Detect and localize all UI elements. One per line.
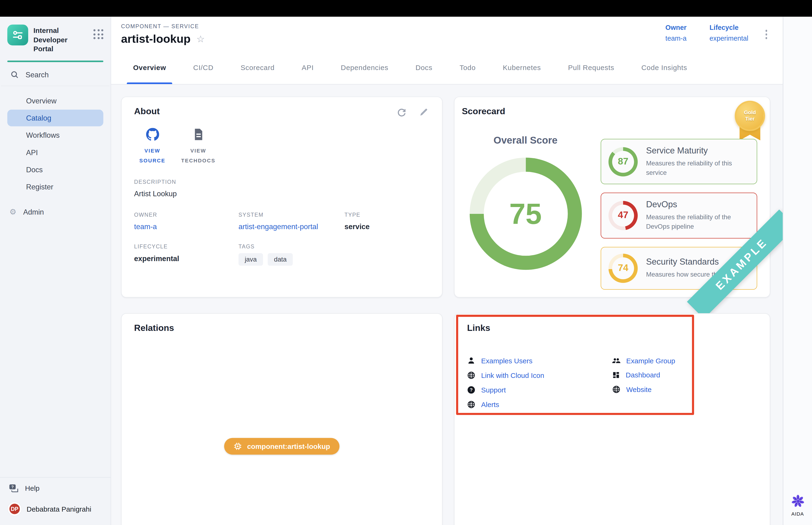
help-chat-icon: ?	[9, 484, 19, 493]
relations-node-label: component:artist-lookup	[247, 442, 330, 450]
tab-todo[interactable]: Todo	[446, 51, 489, 84]
globe-icon	[467, 401, 476, 409]
tag-chip[interactable]: data	[267, 253, 293, 266]
browser-top-bar	[0, 0, 812, 17]
group-icon	[612, 357, 621, 365]
sidebar-search[interactable]: Search	[1, 62, 109, 86]
refresh-icon[interactable]	[397, 108, 407, 118]
lifecycle-field: LIFECYCLE experimental	[134, 243, 239, 266]
relations-title: Relations	[134, 323, 174, 333]
gold-tier-badge: Gold Tier	[733, 101, 767, 140]
view-techdocs-button[interactable]: VIEW TECHDOCS	[180, 128, 216, 165]
favorite-star-icon[interactable]: ☆	[196, 34, 205, 44]
brand-title: Internal Developer Portal	[33, 25, 88, 54]
owner-value[interactable]: team-a	[665, 34, 687, 42]
sidebar-item-overview[interactable]: Overview	[7, 92, 103, 109]
owner-link[interactable]: team-a	[134, 222, 239, 231]
main-area: COMPONENT — SERVICE artist-lookup ☆ Owne…	[111, 17, 783, 525]
tab-dependencies[interactable]: Dependencies	[327, 51, 402, 84]
aida-label: AIDA	[791, 511, 804, 516]
svg-text:?: ?	[470, 387, 473, 392]
about-card: About	[121, 96, 442, 298]
link-examples-users[interactable]: Examples Users	[467, 357, 612, 365]
scorecard-card: Scorecard Gold Tier Overall Score 75	[454, 96, 770, 298]
score-gauge: 74	[609, 253, 638, 283]
overall-score: Overall Score 75	[465, 135, 586, 270]
tab-docs[interactable]: Docs	[402, 51, 446, 84]
edit-pencil-icon[interactable]	[419, 108, 429, 117]
sidebar-item-api[interactable]: API	[7, 144, 103, 161]
tab-api[interactable]: API	[288, 51, 327, 84]
content-grid: About	[111, 85, 783, 525]
about-title: About	[134, 106, 397, 117]
score-item-devops[interactable]: 47 DevOps Measures the reliability of th…	[600, 193, 757, 238]
tab-bar: Overview CI/CD Scorecard API Dependencie…	[111, 51, 783, 85]
tab-overview[interactable]: Overview	[120, 51, 180, 84]
sidebar-header: Internal Developer Portal	[0, 17, 111, 59]
link-website[interactable]: Website	[612, 385, 757, 394]
tag-chip[interactable]: java	[239, 253, 263, 266]
system-field: SYSTEM artist-engagement-portal	[239, 211, 344, 231]
kebab-menu-icon[interactable]	[763, 28, 769, 41]
owner-meta: Owner team-a	[665, 24, 687, 42]
sidebar-item-catalog[interactable]: Catalog	[7, 109, 103, 126]
overall-score-label: Overall Score	[465, 135, 586, 146]
aida-flower-icon	[791, 494, 805, 508]
score-gauge: 87	[609, 147, 638, 176]
search-icon	[10, 70, 19, 79]
sidebar-item-workflows[interactable]: Workflows	[7, 127, 103, 144]
score-gauge: 47	[609, 201, 638, 230]
tab-pull-requests[interactable]: Pull Requests	[554, 51, 628, 84]
view-source-button[interactable]: VIEW SOURCE	[134, 128, 171, 165]
tab-code-insights[interactable]: Code Insights	[628, 51, 701, 84]
sidebar-item-docs[interactable]: Docs	[7, 161, 103, 178]
sidebar-help[interactable]: ? Help	[0, 478, 111, 497]
owner-label: Owner	[665, 24, 687, 31]
tags-field: TAGS java data	[239, 243, 429, 266]
gold-tier-label: Gold Tier	[744, 109, 756, 122]
tab-scorecard[interactable]: Scorecard	[227, 51, 288, 84]
page-title: artist-lookup	[121, 32, 190, 46]
sidebar-user[interactable]: DP Debabrata Panigrahi	[0, 497, 111, 525]
system-link[interactable]: artist-engagement-portal	[239, 222, 344, 231]
sidebar: Internal Developer Portal Search Overvie…	[0, 17, 111, 525]
relations-node-chip[interactable]: component:artist-lookup	[224, 438, 339, 455]
gear-icon: ⚙	[10, 208, 16, 215]
user-icon	[467, 357, 476, 365]
page-header: COMPONENT — SERVICE artist-lookup ☆ Owne…	[111, 17, 783, 51]
description-label: DESCRIPTION	[134, 179, 429, 185]
owner-field: OWNER team-a	[134, 211, 239, 231]
link-support[interactable]: ? Support	[467, 386, 612, 394]
tab-cicd[interactable]: CI/CD	[180, 51, 227, 84]
lifecycle-value: experimental	[709, 34, 748, 42]
avatar: DP	[8, 502, 21, 516]
type-field: TYPE service	[344, 211, 429, 231]
apps-grid-icon[interactable]	[93, 29, 103, 39]
link-with-cloud-icon[interactable]: Link with Cloud Icon	[467, 371, 612, 379]
link-example-group[interactable]: Example Group	[612, 357, 757, 365]
sidebar-item-admin[interactable]: ⚙ Admin	[0, 202, 111, 221]
aida-widget[interactable]: AIDA	[783, 494, 812, 517]
right-gutter: AIDA	[783, 17, 812, 525]
links-card: Links Examples Users	[454, 313, 770, 525]
search-label: Search	[26, 70, 49, 79]
link-dashboard[interactable]: Dashboard	[612, 371, 757, 379]
app-logo-icon[interactable]	[7, 25, 28, 45]
github-icon	[146, 128, 159, 141]
scorecard-title: Scorecard	[462, 106, 505, 117]
description-value: Artist Lookup	[134, 190, 429, 198]
tab-kubernetes[interactable]: Kubernetes	[489, 51, 554, 84]
lifecycle-meta: Lifecycle experimental	[709, 24, 748, 42]
dashboard-icon	[612, 371, 620, 379]
overall-score-gauge: 75	[470, 158, 582, 270]
user-name: Debabrata Panigrahi	[27, 505, 91, 513]
view-techdocs-label: VIEW TECHDOCS	[181, 146, 215, 165]
globe-icon	[612, 385, 621, 394]
view-source-label: VIEW SOURCE	[139, 146, 165, 165]
link-alerts[interactable]: Alerts	[467, 401, 612, 409]
app-window: Internal Developer Portal Search Overvie…	[0, 0, 812, 525]
sidebar-item-register[interactable]: Register	[7, 178, 103, 195]
score-item-service-maturity[interactable]: 87 Service Maturity Measures the reliabi…	[600, 139, 757, 184]
help-circle-icon: ?	[467, 386, 476, 394]
cpu-chip-icon	[233, 442, 242, 450]
